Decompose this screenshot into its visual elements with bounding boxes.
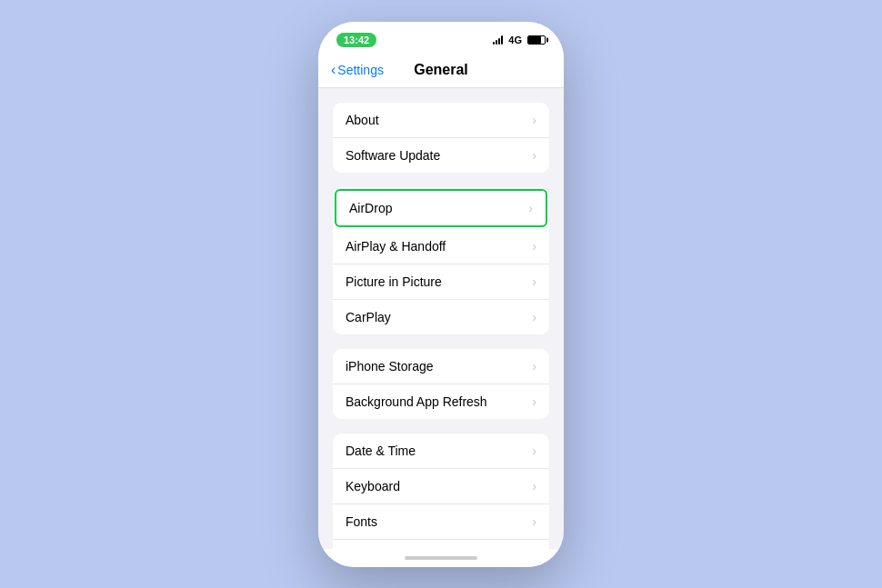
settings-row-iphone-storage[interactable]: iPhone Storage › [333,349,549,384]
nav-bar: ‹ Settings General [318,55,564,88]
page-title: General [414,62,468,78]
about-label: About [346,113,379,127]
back-label: Settings [337,63,384,77]
settings-row-software-update[interactable]: Software Update › [333,138,549,173]
settings-group-1: About › Software Update › [333,103,549,173]
settings-row-picture-in-picture[interactable]: Picture in Picture › [333,264,549,300]
iphone-storage-label: iPhone Storage [346,359,434,374]
software-update-chevron-icon: › [532,148,536,163]
carplay-label: CarPlay [346,310,391,324]
settings-group-4: Date & Time › Keyboard › Fonts › Languag… [333,434,549,549]
picture-in-picture-label: Picture in Picture [346,274,442,289]
phone-frame: 13:42 4G ‹ Settings General About [318,22,564,567]
settings-row-date-time[interactable]: Date & Time › [333,434,549,469]
settings-row-background-app-refresh[interactable]: Background App Refresh › [333,384,549,419]
settings-row-fonts[interactable]: Fonts › [333,504,549,540]
settings-group-3: iPhone Storage › Background App Refresh … [333,349,549,419]
iphone-storage-chevron-icon: › [532,359,536,374]
settings-content: About › Software Update › AirDrop › AirP… [318,88,564,549]
home-indicator [318,549,564,567]
airplay-handoff-label: AirPlay & Handoff [346,239,446,254]
airdrop-label: AirDrop [349,201,392,215]
background-app-refresh-chevron-icon: › [532,394,536,409]
back-button[interactable]: ‹ Settings [331,63,384,77]
settings-row-language-region[interactable]: Language & Region › [333,540,549,549]
signal-bars-icon [493,35,503,45]
battery-icon [527,35,546,45]
settings-row-airplay-handoff[interactable]: AirPlay & Handoff › [333,229,549,264]
status-bar: 13:42 4G [318,22,564,55]
status-time: 13:42 [336,33,376,47]
fonts-chevron-icon: › [532,514,536,529]
carplay-chevron-icon: › [532,310,536,324]
keyboard-label: Keyboard [346,479,400,493]
status-icons: 4G [493,35,546,45]
settings-row-keyboard[interactable]: Keyboard › [333,469,549,504]
keyboard-chevron-icon: › [532,479,536,493]
date-time-chevron-icon: › [532,443,536,458]
settings-row-about[interactable]: About › [333,103,549,138]
airdrop-chevron-icon: › [528,201,533,215]
software-update-label: Software Update [346,148,440,163]
settings-row-airdrop[interactable]: AirDrop › [335,189,547,227]
settings-group-2: AirDrop › AirPlay & Handoff › Picture in… [333,187,549,334]
network-type: 4G [508,35,522,45]
back-chevron-icon: ‹ [331,63,336,77]
settings-row-carplay[interactable]: CarPlay › [333,300,549,334]
about-chevron-icon: › [532,113,536,127]
fonts-label: Fonts [346,514,377,529]
picture-in-picture-chevron-icon: › [532,274,536,289]
home-bar [405,556,477,560]
date-time-label: Date & Time [346,443,416,458]
airplay-handoff-chevron-icon: › [532,239,536,254]
background-app-refresh-label: Background App Refresh [346,394,487,409]
